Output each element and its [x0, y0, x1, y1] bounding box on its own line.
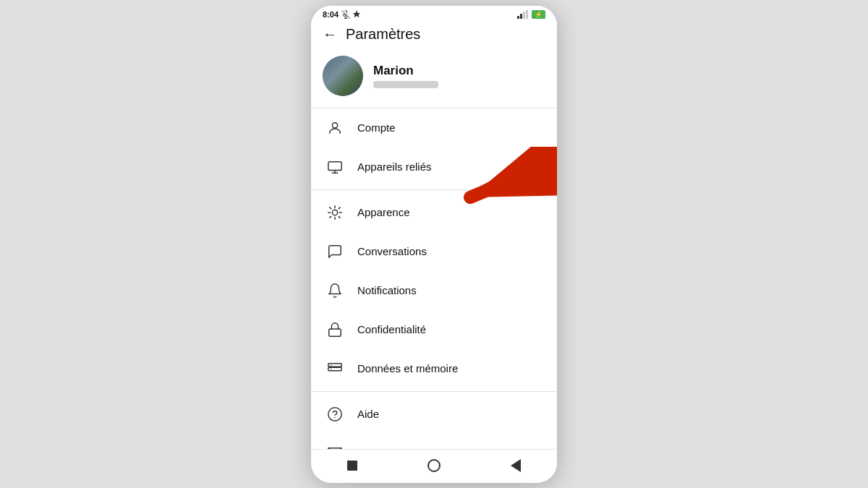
menu-item-donnees[interactable]: Données et mémoire [311, 349, 557, 388]
lock-icon [326, 320, 344, 339]
monitor-icon [326, 158, 344, 176]
user-icon [326, 119, 344, 137]
svg-line-13 [339, 216, 340, 218]
profile-section[interactable]: Marion [311, 50, 557, 108]
menu-label-conversations: Conversations [357, 245, 427, 257]
sun-icon [326, 203, 344, 222]
menu-label-appareils: Appareils reliés [357, 160, 432, 173]
menu-label-confidentialite: Confidentialité [357, 323, 426, 335]
menu-item-inviter[interactable]: Invitez vos amis [311, 434, 557, 449]
svg-rect-5 [523, 12, 525, 19]
nav-bar [311, 449, 557, 483]
nav-triangle-icon [511, 459, 521, 472]
help-icon [326, 405, 344, 424]
status-left: 8:04 [323, 10, 360, 19]
mute-icon [341, 10, 350, 19]
profile-info: Marion [373, 64, 438, 88]
nav-square-button[interactable] [342, 455, 362, 476]
menu-item-notifications[interactable]: Notifications [311, 271, 557, 310]
battery-indicator: ⚡ [532, 10, 545, 19]
svg-point-7 [332, 122, 337, 127]
menu-label-compte: Compte [357, 121, 396, 134]
svg-rect-20 [328, 367, 341, 371]
mail-icon [326, 444, 344, 449]
svg-rect-6 [526, 10, 528, 19]
menu-list: Compte Appareils reliés Apparence Conver… [311, 108, 557, 449]
svg-rect-18 [329, 329, 341, 336]
menu-item-apparence[interactable]: Apparence [311, 193, 557, 232]
divider-3 [311, 391, 557, 392]
time-label: 8:04 [323, 10, 339, 19]
back-button[interactable]: ← [323, 26, 337, 43]
top-bar: ← Paramètres [311, 22, 557, 50]
nav-back-button[interactable] [506, 455, 526, 476]
menu-item-appareils[interactable]: Appareils reliés [311, 147, 557, 187]
menu-item-conversations[interactable]: Conversations [311, 232, 557, 271]
nav-square-icon [347, 461, 357, 471]
svg-line-16 [330, 216, 331, 218]
nav-home-button[interactable] [424, 455, 444, 476]
message-icon [326, 242, 344, 261]
menu-item-confidentialite[interactable]: Confidentialité [311, 310, 557, 349]
menu-label-donnees: Données et mémoire [357, 362, 458, 374]
avatar [323, 56, 363, 96]
page-title: Paramètres [346, 26, 420, 43]
menu-item-compte[interactable]: Compte [311, 108, 557, 147]
pin-icon [353, 10, 360, 19]
svg-rect-4 [520, 14, 522, 19]
svg-point-9 [332, 210, 337, 215]
phone-screen: 8:04 ⚡ ← Paramètres Marion [311, 6, 557, 483]
status-bar: 8:04 ⚡ [311, 6, 557, 22]
menu-item-aide[interactable]: Aide [311, 395, 557, 434]
menu-label-notifications: Notifications [357, 284, 417, 296]
profile-name: Marion [373, 64, 438, 78]
profile-subtitle [373, 81, 438, 88]
svg-rect-19 [328, 363, 341, 367]
status-right: ⚡ [517, 10, 545, 19]
svg-rect-8 [328, 161, 341, 170]
svg-point-23 [328, 407, 341, 420]
divider-2 [311, 189, 557, 190]
menu-label-apparence: Apparence [357, 206, 410, 218]
bell-icon [326, 281, 344, 300]
nav-circle-icon [427, 459, 441, 472]
svg-line-17 [339, 207, 340, 208]
storage-icon [326, 359, 344, 378]
signal-icon [517, 10, 529, 19]
svg-rect-3 [517, 16, 519, 19]
svg-line-12 [330, 207, 331, 208]
menu-label-aide: Aide [357, 408, 379, 420]
